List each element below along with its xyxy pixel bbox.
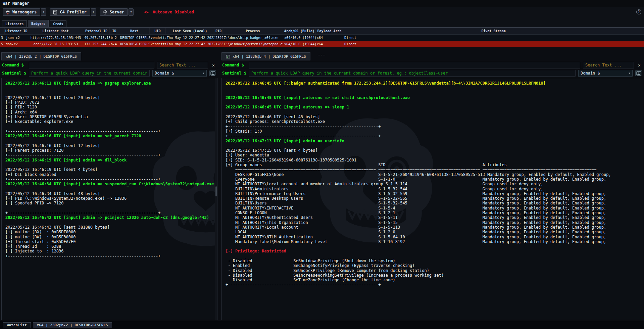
console-line xyxy=(5,86,217,90)
console-lines: 2022/05/12 16:46:11 UTC [input] admin =>… xyxy=(5,81,217,258)
column-header-process[interactable]: Process xyxy=(223,28,283,34)
column-header-pid[interactable]: PID xyxy=(214,28,223,34)
cell-external_ip: 172.253.244.2 xyxy=(83,41,110,47)
console-line: [+] SID: S-1-5-21-2604931946-608761138-1… xyxy=(226,158,643,162)
column-header-listener-host[interactable]: Listener Host xyxy=(28,28,83,34)
console-line: +---------------------------------------… xyxy=(226,124,643,129)
cell-listener_id: doh-c2 xyxy=(5,41,28,47)
c4-profiler-dropdown-arrow[interactable]: ▼ xyxy=(91,8,96,16)
console-line: 2022/05/12 16:46:34 UTC [sent 48 bytes] xyxy=(5,191,217,196)
server-dropdown-arrow[interactable]: ▼ xyxy=(129,8,134,16)
cell-host: DESKTOP-G15FRLS xyxy=(119,35,150,41)
console-line: NT AUTHORITY\Local account S-1-5-113 Man… xyxy=(226,225,643,230)
splitter-handle[interactable] xyxy=(318,55,325,55)
c4-profiler-button[interactable]: C4 Profiler xyxy=(50,8,90,16)
domain-select[interactable]: Domain $ ▼ xyxy=(578,70,633,77)
column-header-payload-arch[interactable]: Payload Arch xyxy=(316,28,343,34)
screenshot-icon[interactable] xyxy=(635,70,642,76)
badger-row-b-4[interactable]: 5doh-c2doh://172.31.15.193:53172.253.244… xyxy=(0,41,644,47)
close-search-icon[interactable]: ✕ xyxy=(637,63,642,68)
cell-pivot_stream: Direct xyxy=(343,41,644,47)
console-line: [+] Thread Id : 6388 xyxy=(5,244,217,249)
console-line xyxy=(5,187,217,191)
domain-select[interactable]: Domain $ ▼ xyxy=(152,70,207,77)
tab-listeners[interactable]: Listeners xyxy=(2,20,27,27)
console-line: 2022/05/12 16:46:45 UTC [input] autoruns… xyxy=(226,105,643,109)
c4-profiler-label: C4 Profiler xyxy=(60,10,86,14)
console-line: 2022/05/12 16:46:45 UTC [::badger authen… xyxy=(226,81,643,86)
help-icon[interactable]: ? xyxy=(636,9,641,14)
console-line: 2022/05/12 16:46:11 UTC [sent 20 bytes] xyxy=(5,95,217,100)
main-tab-bar: ListenersBadgersCreds xyxy=(0,17,644,28)
server-button[interactable]: Server xyxy=(100,8,128,16)
cell-num: 3 xyxy=(0,35,5,41)
cell-process: Z:\docs\http_badger_x64.exe xyxy=(223,35,283,41)
console-line: 2022/05/12 16:46:11 UTC [input] admin =>… xyxy=(5,81,217,86)
console-line: +---------------------------------------… xyxy=(5,153,217,157)
column-header-external-ip[interactable]: External IP xyxy=(83,28,110,34)
console-line: [+] Executable: explorer.exe xyxy=(5,119,217,124)
console-line: [+] Parent process: 7120 xyxy=(5,148,217,153)
warmongers-button[interactable]: Warmongers xyxy=(3,8,40,16)
session-tab-right[interactable]: x64 | 12836@b-4 | DESKTOP-G15FRLS xyxy=(221,52,310,60)
console-window-icon xyxy=(226,54,230,59)
console-line: ========================================… xyxy=(226,167,643,172)
column-header-last-seen-local[interactable]: Last Seen (Local) xyxy=(166,28,214,34)
tab-badgers[interactable]: Badgers xyxy=(28,20,49,27)
console-line xyxy=(5,206,217,210)
console-line: BUILTIN\Remote Desktop Users S-1-5-32-55… xyxy=(226,196,643,201)
console-line xyxy=(5,124,217,129)
tab-creds[interactable]: Creds xyxy=(50,20,66,27)
column-header-host[interactable]: Host xyxy=(119,28,150,34)
statusbar-tab-x64-2392-b-2-desktop-g15frls[interactable]: x64 | 2392@b-2 | DESKTOP-G15FRLS xyxy=(33,322,112,328)
console-scrollbar[interactable] xyxy=(215,78,217,320)
column-header-arch-os-build[interactable]: Arch/OS (Build) xyxy=(283,28,316,34)
console-line: 2022/05/12 16:46:34 UTC [input] admin =>… xyxy=(5,182,217,186)
console-line: 2022/05/12 16:46:45 UTC [input] autoruns… xyxy=(226,95,643,100)
search-input[interactable] xyxy=(157,62,208,68)
console-line: [-] Privilege: Restricted xyxy=(226,249,643,253)
column-header-id[interactable]: ID xyxy=(110,28,119,34)
cell-listener_host: https://172.31.15.193:443 xyxy=(28,35,83,41)
right-session-panel: x64 | 12836@b-4 | DESKTOP-G15FRLS Comman… xyxy=(220,52,644,321)
console-line: [+] PPID: 7072 xyxy=(5,100,217,105)
column-header-uid[interactable]: UID xyxy=(150,28,166,34)
session-tab-label: x64 | 2392@b-2 | DESKTOP-G15FRLS xyxy=(6,54,77,59)
statusbar-tab-watchlist[interactable]: Watchlist xyxy=(3,322,31,328)
command-input[interactable] xyxy=(29,62,154,68)
warmongers-dropdown-arrow[interactable]: ▼ xyxy=(41,8,46,16)
cell-id: b-2 xyxy=(110,35,119,41)
scrollbar-thumb[interactable] xyxy=(215,186,217,196)
console-line xyxy=(226,143,643,148)
console-line: 2022/05/12 16:46:42 UTC [input] admin =>… xyxy=(5,215,217,220)
console-line: NT AUTHORITY\This Organization S-1-5-15 … xyxy=(226,220,643,225)
console-output-right[interactable]: 2022/05/12 16:46:45 UTC [::badger authen… xyxy=(221,78,643,320)
console-line xyxy=(226,110,643,114)
session-tab-left[interactable]: x64 | 2392@b-2 | DESKTOP-G15FRLS xyxy=(1,52,81,60)
search-input[interactable] xyxy=(583,62,634,68)
war-manager-window: War Manager Warmongers▼C4 Profiler▼Serve… xyxy=(0,0,644,329)
autosave-label: Autosave Disabled xyxy=(153,10,194,14)
console-line: [+] Stasis: 1:0 xyxy=(226,129,643,134)
console-output-left[interactable]: 2022/05/12 16:46:11 UTC [input] admin =>… xyxy=(1,78,217,320)
sentinel-input[interactable] xyxy=(249,70,576,77)
cell-uid: vendetta xyxy=(150,35,166,41)
column-header-listener-id[interactable]: Listener ID xyxy=(5,28,28,34)
screenshot-icon[interactable] xyxy=(209,70,216,76)
close-search-icon[interactable]: ✕ xyxy=(211,63,216,68)
cell-payload_arch: x64 xyxy=(316,41,343,47)
badger-row-b-2[interactable]: 3json-c2https://172.31.15.193:44349.207.… xyxy=(0,35,644,41)
console-line: - Disabled SeShutdownPrivilege (Shut dow… xyxy=(226,258,643,263)
column-header-pivot-stream[interactable]: Pivot Stream xyxy=(343,28,644,34)
console-line: BUILTIN\Users S-1-5-32-545 Mandatory gro… xyxy=(226,201,643,205)
command-input[interactable] xyxy=(249,62,580,68)
sentinel-label: Sentinel $ xyxy=(222,71,246,76)
console-line: NT AUTHORITY\Authenticated Users S-1-5-1… xyxy=(226,215,643,220)
console-panels: x64 | 2392@b-2 | DESKTOP-G15FRLS Command… xyxy=(0,52,644,321)
cell-num: 5 xyxy=(0,41,5,47)
console-lines: 2022/05/12 16:46:45 UTC [::badger authen… xyxy=(226,81,643,287)
console-line xyxy=(226,244,643,249)
table-header: Listener IDListener HostExternal IPIDHos… xyxy=(0,28,644,35)
console-line: 2022/05/12 16:46:16 UTC [sent 12 bytes] xyxy=(5,143,217,148)
sentinel-input[interactable] xyxy=(29,70,150,77)
